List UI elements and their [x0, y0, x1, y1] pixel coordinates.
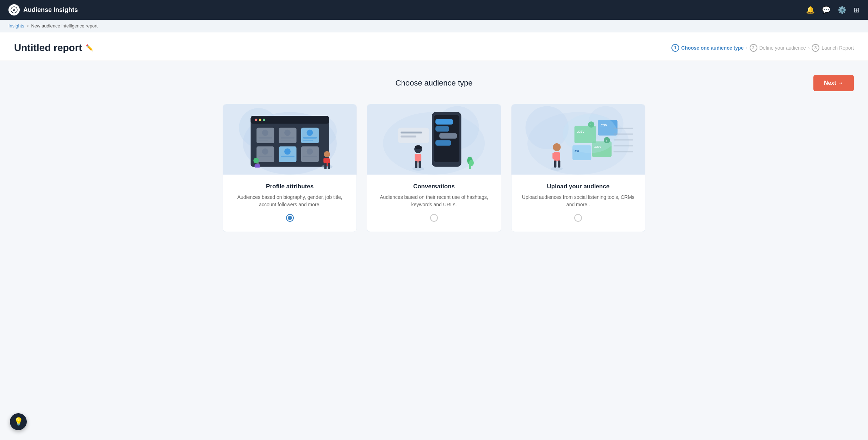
step-1: 1 Choose one audience type: [671, 44, 744, 52]
section-title: Choose audience type: [294, 78, 574, 88]
svg-rect-34: [324, 163, 327, 169]
svg-rect-36: [323, 158, 326, 163]
svg-rect-45: [435, 126, 449, 132]
conversations-card-radio[interactable]: [430, 214, 438, 222]
svg-rect-81: [552, 153, 555, 159]
profile-illustration: [223, 104, 356, 175]
svg-point-9: [263, 119, 265, 121]
svg-rect-85: [613, 133, 633, 134]
cards-row: Profile attributes Audiences based on bi…: [223, 104, 645, 232]
breadcrumb-current: New audience intelligence report: [31, 23, 98, 29]
svg-rect-82: [554, 161, 556, 168]
upload-card-body: Upload your audience Upload audiences fr…: [512, 175, 645, 232]
gear-icon[interactable]: ⚙️: [838, 6, 847, 14]
next-button[interactable]: Next →: [813, 75, 854, 91]
svg-rect-16: [281, 137, 294, 138]
step-arrow-1: ›: [746, 45, 747, 51]
profile-card-title: Profile attributes: [266, 183, 314, 190]
svg-rect-47: [435, 140, 451, 146]
step-2-number: 2: [750, 44, 757, 52]
svg-point-19: [306, 130, 313, 136]
svg-point-38: [253, 158, 259, 163]
chat-icon[interactable]: 💬: [822, 6, 831, 14]
svg-point-15: [284, 130, 291, 136]
step-arrow-2: ›: [808, 45, 810, 51]
svg-rect-57: [415, 161, 418, 168]
upload-card-radio[interactable]: [574, 214, 582, 222]
svg-rect-87: [613, 145, 633, 146]
nav-left: a Audiense Insights: [8, 4, 78, 15]
conversations-card[interactable]: Conversations Audiences based on their r…: [367, 104, 501, 232]
svg-point-79: [553, 143, 560, 151]
grid-icon[interactable]: ⊞: [854, 6, 860, 14]
upload-card-desc: Upload audiences from social listening t…: [520, 194, 637, 208]
svg-rect-83: [558, 161, 560, 168]
svg-rect-44: [435, 119, 453, 125]
main-content: Choose audience type Next →: [0, 61, 868, 440]
svg-rect-27: [281, 156, 294, 157]
svg-rect-84: [613, 128, 633, 129]
breadcrumb-separator: >: [26, 23, 29, 29]
svg-rect-56: [415, 154, 417, 160]
profile-card-radio[interactable]: [286, 214, 294, 222]
svg-point-77: [563, 114, 618, 153]
svg-rect-20: [303, 137, 317, 138]
conversations-card-desc: Audiences based on their recent use of h…: [376, 194, 492, 208]
step-2-label: Define your audience: [760, 45, 806, 51]
breadcrumb-insights-link[interactable]: Insights: [8, 23, 24, 29]
svg-point-23: [262, 149, 268, 155]
bell-icon[interactable]: 🔔: [806, 6, 815, 14]
upload-audience-card[interactable]: .CSV ↑ .CSV .CSV ↑ .txt: [511, 104, 645, 232]
step-3: 3 Launch Report: [812, 44, 854, 52]
svg-point-26: [284, 149, 291, 155]
nav-icons: 🔔 💬 ⚙️ ⊞: [806, 6, 860, 14]
svg-rect-46: [440, 133, 457, 139]
svg-rect-86: [613, 139, 633, 140]
radio-inner: [288, 216, 292, 220]
svg-point-52: [413, 167, 424, 171]
report-title-group: Untitled report ✏️: [14, 42, 93, 54]
svg-point-78: [551, 167, 563, 171]
svg-rect-88: [613, 151, 633, 152]
svg-point-8: [259, 119, 261, 121]
step-3-label: Launch Report: [822, 45, 854, 51]
svg-rect-13: [259, 140, 268, 141]
step-3-number: 3: [812, 44, 819, 52]
lightbulb-icon: 💡: [14, 417, 23, 426]
svg-point-61: [469, 160, 474, 166]
edit-title-icon[interactable]: ✏️: [86, 44, 93, 52]
svg-rect-12: [259, 137, 272, 138]
help-button[interactable]: 💡: [10, 413, 27, 430]
svg-point-32: [324, 151, 330, 157]
stepper: 1 Choose one audience type › 2 Define yo…: [671, 44, 854, 52]
svg-point-63: [525, 106, 568, 149]
app-title: Audiense Insights: [23, 6, 78, 14]
svg-rect-49: [401, 132, 422, 134]
page-title: Untitled report: [14, 42, 82, 54]
upload-card-title: Upload your audience: [547, 183, 610, 190]
conversations-card-title: Conversations: [413, 183, 455, 190]
profile-card-body: Profile attributes Audiences based on bi…: [223, 175, 356, 232]
page-header: Untitled report ✏️ 1 Choose one audience…: [0, 32, 868, 61]
conversations-illustration: [367, 104, 501, 175]
svg-rect-6: [251, 116, 329, 124]
svg-text:a: a: [13, 7, 16, 12]
profile-card-desc: Audiences based on biography, gender, jo…: [231, 194, 348, 208]
svg-rect-39: [255, 164, 260, 168]
svg-rect-35: [328, 163, 330, 169]
breadcrumb: Insights > New audience intelligence rep…: [0, 20, 868, 32]
svg-rect-30: [303, 156, 317, 157]
svg-rect-21: [303, 140, 313, 141]
svg-point-11: [262, 130, 268, 136]
top-navigation: a Audiense Insights 🔔 💬 ⚙️ ⊞: [0, 0, 868, 20]
logo: a: [8, 4, 20, 15]
profile-attributes-card[interactable]: Profile attributes Audiences based on bi…: [223, 104, 357, 232]
svg-rect-17: [281, 140, 291, 141]
section-header: Choose audience type Next →: [14, 75, 854, 91]
upload-illustration: .CSV ↑ .CSV .CSV ↑ .txt: [512, 104, 645, 175]
svg-point-29: [306, 149, 313, 155]
svg-rect-50: [401, 136, 416, 138]
step-1-number: 1: [671, 44, 679, 52]
svg-point-7: [255, 119, 258, 121]
svg-rect-24: [259, 156, 272, 157]
